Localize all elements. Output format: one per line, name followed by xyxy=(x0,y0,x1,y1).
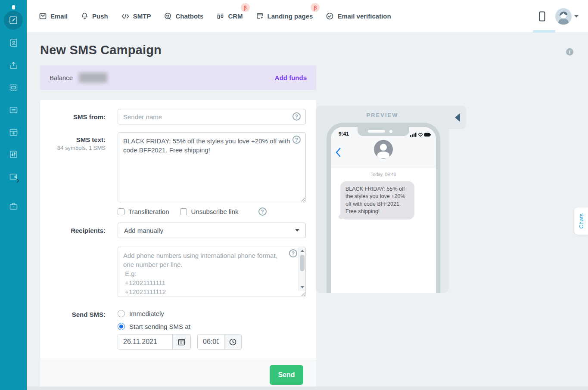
calendar-button[interactable] xyxy=(172,334,190,349)
app-logo[interactable] xyxy=(4,11,23,30)
nav-label: Push xyxy=(92,12,108,20)
scrollbar[interactable] xyxy=(299,247,305,291)
horizontal-scrollbar[interactable] xyxy=(27,387,588,390)
check-circle-icon xyxy=(326,12,334,20)
signal-bars-icon xyxy=(410,133,417,137)
nav-item-push[interactable]: Push xyxy=(81,12,108,20)
transliteration-option[interactable]: Transliteration xyxy=(118,208,169,215)
chatbot-icon xyxy=(164,12,172,20)
nav-menu: Email Push SMTP Chatbots xyxy=(27,12,391,20)
calendar-plus-icon xyxy=(9,127,19,137)
nav-label: Chatbots xyxy=(175,12,203,20)
chevron-down-icon xyxy=(295,229,299,232)
unsubscribe-label: Unsubscribe link xyxy=(191,208,238,215)
send-scheduled-option[interactable]: Start sending SMS at xyxy=(118,323,190,330)
recipients-select[interactable]: Add manually xyxy=(118,223,306,238)
sidebar-item-send[interactable] xyxy=(0,59,27,71)
crm-kanban-icon xyxy=(216,12,224,20)
phone-numbers-field: ? xyxy=(118,247,306,297)
send-button[interactable]: Send xyxy=(270,365,303,385)
send-sms-label: Send SMS: xyxy=(40,311,106,318)
nav-item-email-verification[interactable]: Email verification xyxy=(326,12,391,20)
balance-amount-blurred xyxy=(79,73,107,83)
wifi-icon xyxy=(418,133,423,136)
immediately-radio[interactable] xyxy=(118,310,125,317)
email-icon xyxy=(39,12,47,20)
topbar-right xyxy=(538,0,579,33)
sms-text-label: SMS text: xyxy=(40,136,106,143)
beta-badge: β xyxy=(241,3,250,12)
clock-button[interactable] xyxy=(224,334,241,349)
top-navigation: Email Push SMTP Chatbots xyxy=(27,0,588,33)
sms-from-label: SMS from: xyxy=(40,113,106,121)
nav-label: Email verification xyxy=(337,12,391,20)
sidebar-item-settings[interactable] xyxy=(0,149,27,160)
mobile-app-button[interactable] xyxy=(538,11,546,22)
form-footer: Send xyxy=(40,359,316,390)
phone-notch xyxy=(358,127,409,136)
help-icon[interactable]: ? xyxy=(292,136,301,144)
nav-item-crm[interactable]: CRM β xyxy=(216,12,243,20)
code-icon xyxy=(121,12,130,20)
help-icon[interactable]: ? xyxy=(292,112,301,121)
phone-status-time: 9:41 xyxy=(339,131,349,137)
sidebar: › xyxy=(0,0,27,390)
bell-icon xyxy=(81,12,89,20)
unsubscribe-option[interactable]: Unsubscribe link xyxy=(180,208,238,215)
sidebar-item-subscription[interactable] xyxy=(0,127,27,138)
phone-camera xyxy=(389,130,392,133)
sms-text-input[interactable]: BLACK FRIDAY: 55% off the styles you lov… xyxy=(118,132,306,202)
phone-speaker xyxy=(368,130,385,133)
mobile-phone-icon xyxy=(539,11,545,22)
info-icon[interactable]: i xyxy=(566,48,573,56)
sidebar-item-contacts[interactable] xyxy=(0,37,27,48)
contact-avatar xyxy=(374,140,393,159)
sidebar-expand-chevron[interactable]: › xyxy=(16,174,24,186)
account-menu[interactable] xyxy=(555,8,579,25)
add-funds-link[interactable]: Add funds xyxy=(275,74,307,81)
compose-quill-icon xyxy=(9,15,18,25)
beta-badge: β xyxy=(311,3,320,12)
chats-tab-label: Chats xyxy=(578,214,585,229)
calendar-icon xyxy=(177,338,186,346)
sms-options-row: Transliteration Unsubscribe link ? xyxy=(118,207,267,216)
nav-item-smtp[interactable]: SMTP xyxy=(121,12,151,20)
send-immediately-option[interactable]: Immediately xyxy=(118,310,164,317)
scroll-down-arrow[interactable] xyxy=(299,284,305,291)
preview-title: PREVIEW xyxy=(316,112,449,118)
sender-name-input[interactable] xyxy=(118,109,306,124)
scroll-up-arrow[interactable] xyxy=(299,248,305,254)
nav-item-email[interactable]: Email xyxy=(39,12,68,20)
time-input[interactable] xyxy=(198,334,224,349)
sidebar-item-services[interactable] xyxy=(0,201,27,212)
balance-bar: Balance Add funds xyxy=(40,65,316,90)
phone-mockup: 9:41 Today, 09:40 BLACK FRIDAY: 55% off … xyxy=(327,123,440,293)
transliteration-checkbox[interactable] xyxy=(118,208,124,215)
recipients-label: Recipients: xyxy=(40,227,106,234)
date-input[interactable] xyxy=(118,334,172,349)
user-avatar xyxy=(555,8,572,25)
landing-page-icon xyxy=(256,12,264,20)
chats-side-tab[interactable]: Chats xyxy=(574,207,588,235)
unsubscribe-checkbox[interactable] xyxy=(180,208,187,215)
collapse-left-icon xyxy=(455,113,460,122)
immediately-label: Immediately xyxy=(129,310,164,317)
time-picker-group xyxy=(197,334,242,350)
nav-item-landing-pages[interactable]: Landing pages β xyxy=(256,12,313,20)
page-title: New SMS Campaign xyxy=(40,43,162,57)
nav-label: Landing pages xyxy=(268,12,313,20)
clock-icon xyxy=(229,338,237,346)
balance-label: Balance xyxy=(50,74,73,81)
logo-notch xyxy=(12,5,15,9)
scheduled-radio[interactable] xyxy=(118,323,125,330)
phone-numbers-input[interactable] xyxy=(118,247,306,297)
sidebar-item-automation[interactable] xyxy=(0,104,27,115)
scrollbar-thumb[interactable] xyxy=(300,255,305,271)
preview-collapse-button[interactable] xyxy=(449,106,466,129)
nav-item-chatbots[interactable]: Chatbots xyxy=(164,12,203,20)
help-icon[interactable]: ? xyxy=(289,249,297,257)
sliders-icon xyxy=(9,149,19,159)
chevron-down-icon xyxy=(574,15,579,18)
sidebar-item-campaigns[interactable] xyxy=(0,82,27,93)
help-icon[interactable]: ? xyxy=(258,207,267,216)
